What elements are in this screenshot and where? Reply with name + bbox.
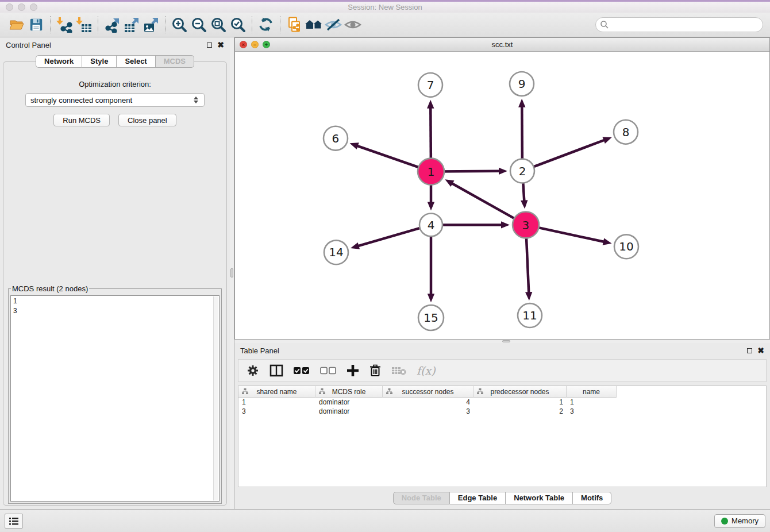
- zoom-in-icon: [171, 16, 188, 33]
- close-panel-icon[interactable]: ✖: [217, 42, 224, 48]
- edge-2-8[interactable]: [522, 137, 612, 171]
- save-session-button[interactable]: [26, 16, 46, 34]
- houses-icon: [304, 17, 324, 33]
- table-row[interactable]: 3dominator323: [238, 407, 766, 416]
- table-header-row: shared nameMCDS rolesuccessor nodesprede…: [238, 386, 766, 398]
- table-cell[interactable]: dominator: [315, 398, 383, 406]
- vertical-splitter[interactable]: [230, 37, 234, 509]
- unselect-all-columns-button[interactable]: [320, 367, 336, 375]
- optimization-criterion-label: Optimization criterion:: [3, 80, 226, 88]
- import-table-button[interactable]: [74, 16, 94, 34]
- splitter-grip[interactable]: [502, 340, 510, 342]
- node-11[interactable]: 11: [518, 303, 542, 327]
- table-cell[interactable]: 3: [383, 407, 473, 415]
- node-3[interactable]: 3: [513, 211, 539, 238]
- mcds-result-box[interactable]: 13: [10, 295, 220, 502]
- view-maximize-icon[interactable]: +: [263, 41, 270, 48]
- export-image-button[interactable]: [141, 16, 161, 34]
- task-history-button[interactable]: [5, 514, 23, 529]
- run-mcds-button[interactable]: Run MCDS: [53, 114, 110, 126]
- node-label: 7: [427, 78, 434, 92]
- node-label: 4: [428, 218, 435, 232]
- window-zoom-icon[interactable]: [30, 3, 37, 11]
- result-scrollbar[interactable]: [213, 296, 218, 500]
- window-minimize-icon[interactable]: [18, 3, 25, 11]
- table-settings-button[interactable]: [247, 364, 259, 377]
- tab-edge-table[interactable]: Edge Table: [450, 492, 506, 504]
- mcds-result-fieldset: MCDS result (2 nodes) 13: [8, 284, 222, 504]
- tab-network[interactable]: Network: [36, 55, 82, 68]
- column-header-name[interactable]: name: [567, 386, 617, 398]
- new-network-from-selection-button[interactable]: [284, 16, 304, 34]
- view-minimize-icon[interactable]: −: [251, 41, 259, 48]
- node-6[interactable]: 6: [324, 126, 348, 151]
- table-cell[interactable]: 1: [238, 398, 315, 406]
- node-8[interactable]: 8: [614, 120, 638, 144]
- toggle-panel-columns-button[interactable]: [270, 364, 283, 377]
- node-7[interactable]: 7: [418, 73, 442, 97]
- tab-network-table[interactable]: Network Table: [506, 492, 573, 504]
- table-cell[interactable]: 3: [238, 407, 315, 415]
- table-cell[interactable]: 2: [473, 407, 567, 415]
- tab-style[interactable]: Style: [82, 55, 117, 68]
- close-panel-button[interactable]: Close panel: [118, 114, 176, 126]
- graph-svg[interactable]: 7968124314101511: [235, 52, 769, 339]
- create-column-button[interactable]: [346, 364, 359, 377]
- import-network-button[interactable]: [55, 16, 74, 34]
- network-canvas[interactable]: 7968124314101511: [235, 52, 769, 339]
- edge-4-14[interactable]: [351, 225, 431, 249]
- open-session-button[interactable]: [7, 16, 26, 34]
- node-14[interactable]: 14: [324, 240, 348, 264]
- toolbar-separator: [280, 16, 280, 33]
- view-close-icon[interactable]: ×: [240, 41, 247, 48]
- column-header-shared-name[interactable]: shared name: [238, 386, 315, 398]
- table-cell[interactable]: 3: [567, 407, 617, 415]
- table-cell[interactable]: 1: [473, 398, 567, 406]
- node-2[interactable]: 2: [510, 159, 534, 183]
- zoom-out-button[interactable]: [189, 16, 209, 34]
- select-all-columns-button[interactable]: [294, 367, 310, 375]
- status-bar: Memory: [0, 509, 770, 532]
- node-10[interactable]: 10: [614, 234, 638, 259]
- first-neighbors-button[interactable]: [304, 16, 324, 34]
- optimization-criterion-select[interactable]: strongly connected component: [25, 93, 205, 107]
- column-header-predecessor-nodes[interactable]: predecessor nodes: [473, 386, 567, 398]
- column-header-successor-nodes[interactable]: successor nodes: [383, 386, 473, 398]
- horizontal-splitter[interactable]: [234, 340, 770, 343]
- zoom-selected-button[interactable]: [228, 16, 248, 34]
- zoom-in-button[interactable]: [170, 16, 189, 34]
- close-panel-icon[interactable]: ✖: [757, 348, 764, 353]
- table-cell[interactable]: 4: [383, 398, 473, 406]
- node-15[interactable]: 15: [418, 305, 444, 330]
- table-row[interactable]: 1dominator411: [238, 398, 766, 407]
- plus-icon: [346, 364, 359, 377]
- node-9[interactable]: 9: [510, 72, 534, 96]
- node-label: 8: [622, 125, 630, 139]
- table-cell[interactable]: dominator: [315, 407, 383, 415]
- export-network-button[interactable]: [102, 16, 122, 34]
- search-input[interactable]: [595, 17, 763, 32]
- table-cell[interactable]: 1: [567, 398, 617, 406]
- node-1[interactable]: 1: [418, 159, 444, 185]
- zoom-fit-button[interactable]: [209, 16, 228, 34]
- hide-selected-button[interactable]: [324, 16, 343, 34]
- delete-column-button[interactable]: [369, 364, 381, 377]
- column-header-mcds-role[interactable]: MCDS role: [315, 386, 383, 398]
- float-panel-icon[interactable]: [207, 43, 212, 48]
- memory-label: Memory: [732, 516, 759, 525]
- memory-button[interactable]: Memory: [714, 514, 765, 528]
- show-all-button[interactable]: [343, 16, 363, 34]
- search-box: [595, 17, 763, 32]
- window-close-icon[interactable]: [6, 3, 13, 11]
- export-table-button[interactable]: [122, 16, 141, 34]
- tab-select[interactable]: Select: [117, 55, 155, 68]
- splitter-grip[interactable]: [230, 268, 233, 277]
- tab-mcds[interactable]: MCDS: [156, 55, 194, 68]
- refresh-view-button[interactable]: [256, 16, 276, 34]
- node-4[interactable]: 4: [419, 213, 442, 236]
- hierarchy-icon: [319, 388, 325, 395]
- tab-node-table[interactable]: Node Table: [393, 492, 450, 504]
- tab-motifs[interactable]: Motifs: [573, 492, 611, 504]
- float-panel-icon[interactable]: [747, 348, 752, 353]
- window-traffic-lights[interactable]: [6, 3, 37, 11]
